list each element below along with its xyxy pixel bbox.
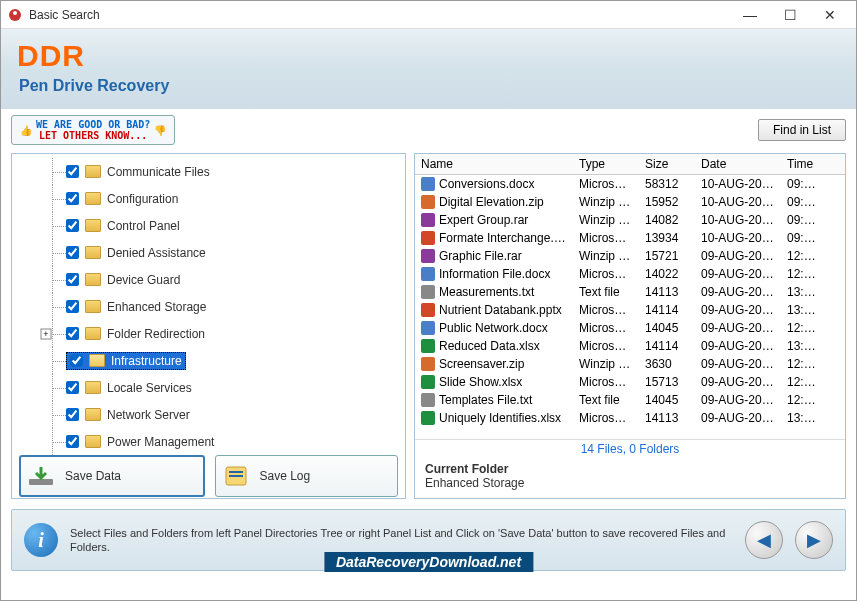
file-icon <box>421 375 435 389</box>
list-row[interactable]: Screensaver.zipWinzip File363009-AUG-202… <box>415 355 845 373</box>
find-in-list-button[interactable]: Find in List <box>758 119 846 141</box>
list-row[interactable]: Templates File.txtText file1404509-AUG-2… <box>415 391 845 409</box>
tree-checkbox[interactable] <box>66 192 79 205</box>
feedback-button[interactable]: 👍 WE ARE GOOD OR BAD? LET OTHERS KNOW...… <box>11 115 175 145</box>
folder-icon <box>85 192 101 205</box>
close-button[interactable]: ✕ <box>810 1 850 29</box>
tree-checkbox[interactable] <box>66 219 79 232</box>
save-data-button[interactable]: Save Data <box>19 455 205 497</box>
file-time: 13:08 <box>781 300 823 320</box>
tree-checkbox[interactable] <box>66 273 79 286</box>
list-row[interactable]: Uniquely Identifies.xlsxMicrosoft...1411… <box>415 409 845 427</box>
file-type: Microsoft... <box>573 228 639 248</box>
tree-item[interactable]: Configuration <box>12 185 405 212</box>
file-size: 15713 <box>639 372 695 392</box>
file-name: Nutrient Databank.pptx <box>439 303 562 317</box>
file-name: Templates File.txt <box>439 393 532 407</box>
tree-checkbox[interactable] <box>70 354 83 367</box>
save-log-button[interactable]: Save Log <box>215 455 399 497</box>
tree-item[interactable]: +Folder Redirection <box>12 320 405 347</box>
file-date: 09-AUG-2023 <box>695 336 781 356</box>
tree-item-label: Folder Redirection <box>107 327 205 341</box>
tree-item[interactable]: Control Panel <box>12 212 405 239</box>
tree-item[interactable]: Network Server <box>12 401 405 428</box>
file-time: 12:58 <box>781 318 823 338</box>
tree-item[interactable]: Infrastructure <box>12 347 405 374</box>
list-header: Name Type Size Date Time <box>415 154 845 175</box>
file-date: 09-AUG-2023 <box>695 372 781 392</box>
list-body[interactable]: Conversions.docxMicrosoft...5831210-AUG-… <box>415 175 845 439</box>
tree-item[interactable]: Communicate Files <box>12 158 405 185</box>
col-type[interactable]: Type <box>573 154 639 174</box>
list-row[interactable]: Conversions.docxMicrosoft...5831210-AUG-… <box>415 175 845 193</box>
current-folder-name: Enhanced Storage <box>425 476 835 490</box>
tree-checkbox[interactable] <box>66 327 79 340</box>
app-icon <box>7 7 23 23</box>
tree-item-label: Communicate Files <box>107 165 210 179</box>
prev-button[interactable]: ◀ <box>745 521 783 559</box>
col-name[interactable]: Name <box>415 154 573 174</box>
file-size: 14082 <box>639 210 695 230</box>
list-row[interactable]: Public Network.docxMicrosoft...1404509-A… <box>415 319 845 337</box>
current-folder-title: Current Folder <box>425 462 835 476</box>
tree-checkbox[interactable] <box>66 246 79 259</box>
col-date[interactable]: Date <box>695 154 781 174</box>
file-count-status: 14 Files, 0 Folders <box>415 439 845 458</box>
file-type: Winzip File <box>573 354 639 374</box>
file-date: 09-AUG-2023 <box>695 264 781 284</box>
file-size: 13934 <box>639 228 695 248</box>
list-row[interactable]: Slide Show.xlsxMicrosoft...1571309-AUG-2… <box>415 373 845 391</box>
tree-item-label: Configuration <box>107 192 178 206</box>
list-row[interactable]: Nutrient Databank.pptxMicrosoft...141140… <box>415 301 845 319</box>
list-row[interactable]: Reduced Data.xlsxMicrosoft...1411409-AUG… <box>415 337 845 355</box>
file-name: Digital Elevation.zip <box>439 195 544 209</box>
list-row[interactable]: Graphic File.rarWinzip File1572109-AUG-2… <box>415 247 845 265</box>
tree-checkbox[interactable] <box>66 165 79 178</box>
tree-item[interactable]: Device Guard <box>12 266 405 293</box>
toolbar: 👍 WE ARE GOOD OR BAD? LET OTHERS KNOW...… <box>1 109 856 147</box>
list-row[interactable]: Formate Interchange.pptxMicrosoft...1393… <box>415 229 845 247</box>
file-time: 12:59 <box>781 354 823 374</box>
tree-checkbox[interactable] <box>66 408 79 421</box>
list-row[interactable]: Measurements.txtText file1411309-AUG-202… <box>415 283 845 301</box>
file-name: Information File.docx <box>439 267 550 281</box>
file-type: Microsoft... <box>573 264 639 284</box>
expand-icon[interactable]: + <box>41 328 52 339</box>
file-date: 09-AUG-2023 <box>695 246 781 266</box>
file-time: 13:07 <box>781 336 823 356</box>
file-date: 10-AUG-2023 <box>695 228 781 248</box>
folder-icon <box>85 300 101 313</box>
save-data-label: Save Data <box>65 469 121 483</box>
col-time[interactable]: Time <box>781 154 823 174</box>
list-row[interactable]: Expert Group.rarWinzip File1408210-AUG-2… <box>415 211 845 229</box>
folder-icon <box>85 327 101 340</box>
feedback-line1: WE ARE GOOD OR BAD? <box>36 119 150 130</box>
file-size: 15952 <box>639 192 695 212</box>
file-date: 09-AUG-2023 <box>695 354 781 374</box>
footer: i Select Files and Folders from left Pan… <box>11 509 846 571</box>
tree-item[interactable]: Denied Assistance <box>12 239 405 266</box>
save-data-icon <box>27 465 55 487</box>
folder-icon <box>85 273 101 286</box>
tree-item[interactable]: Enhanced Storage <box>12 293 405 320</box>
tree-checkbox[interactable] <box>66 381 79 394</box>
file-size: 14113 <box>639 282 695 302</box>
maximize-button[interactable]: ☐ <box>770 1 810 29</box>
list-row[interactable]: Information File.docxMicrosoft...1402209… <box>415 265 845 283</box>
titlebar: Basic Search — ☐ ✕ <box>1 1 856 29</box>
file-icon <box>421 177 435 191</box>
tree-item[interactable]: Locale Services <box>12 374 405 401</box>
tree-checkbox[interactable] <box>66 300 79 313</box>
save-log-icon <box>222 465 250 487</box>
folder-icon <box>85 381 101 394</box>
brand-logo: DDR <box>17 41 840 71</box>
file-time: 09:40 <box>781 192 823 212</box>
file-type: Winzip File <box>573 192 639 212</box>
minimize-button[interactable]: — <box>730 1 770 29</box>
file-size: 14045 <box>639 390 695 410</box>
list-row[interactable]: Digital Elevation.zipWinzip File1595210-… <box>415 193 845 211</box>
next-button[interactable]: ▶ <box>795 521 833 559</box>
col-size[interactable]: Size <box>639 154 695 174</box>
folder-icon <box>85 408 101 421</box>
file-type: Text file <box>573 282 639 302</box>
